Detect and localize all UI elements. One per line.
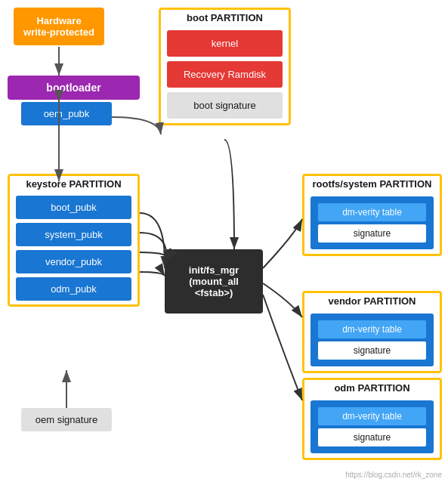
boot-partition: boot PARTITION kernel Recovery Ramdisk b… [159,8,291,125]
vendor-partition-title: vendor PARTITION [304,293,440,309]
odm-partition: odm PARTITION dm-verity table signature [302,378,442,460]
rootfs-signature: signature [318,224,426,242]
recovery-box: Recovery Ramdisk [167,61,283,88]
watermark: https://blog.csdn.net/rk_zone [345,471,442,479]
watermark-text: https://blog.csdn.net/rk_zone [345,471,442,479]
kernel-box: kernel [167,30,283,57]
keystore-partition: keystore PARTITION boot_pubk system_pubk… [8,174,140,307]
system-pubk-box: system_pubk [16,223,131,246]
vendor-partition: vendor PARTITION dm-verity table signatu… [302,291,442,373]
init-box: init/fs_mgr(mount_all <fstab>) [165,249,263,314]
odm-partition-title: odm PARTITION [304,380,440,396]
odm-inner: dm-verity table signature [311,400,434,453]
hw-label: Hardwarewrite-protected [23,15,94,38]
vendor-dm-verity: dm-verity table [318,320,426,338]
oem-pubk-box: oem_pubk [21,102,112,125]
oem-sig-box: oem signature [21,408,112,431]
oem-pubk-label: oem_pubk [44,108,90,119]
rootfs-inner: dm-verity table signature [311,196,434,249]
boot-partition-title: boot PARTITION [161,10,289,26]
odm-dm-verity: dm-verity table [318,407,426,425]
oem-sig-label: oem signature [36,414,97,425]
bootloader-label: bootloader [46,82,100,94]
diagram: Hardwarewrite-protected bootloader oem_p… [0,0,448,485]
rootfs-partition-title: rootfs/system PARTITION [304,176,440,192]
odm-signature: signature [318,428,426,446]
boot-sig-box: boot signature [167,92,283,119]
odm-pubk-box: odm_pubk [16,277,131,301]
rootfs-dm-verity: dm-verity table [318,203,426,221]
boot-pubk-box: boot_pubk [16,196,131,219]
rootfs-partition: rootfs/system PARTITION dm-verity table … [302,174,442,256]
vendor-inner: dm-verity table signature [311,314,434,366]
init-label: init/fs_mgr(mount_all <fstab>) [189,264,239,298]
vendor-signature: signature [318,341,426,360]
vendor-pubk-box: vendor_pubk [16,250,131,273]
bootloader-box: bootloader [8,76,140,100]
keystore-partition-title: keystore PARTITION [10,176,137,192]
hw-box: Hardwarewrite-protected [14,8,104,45]
